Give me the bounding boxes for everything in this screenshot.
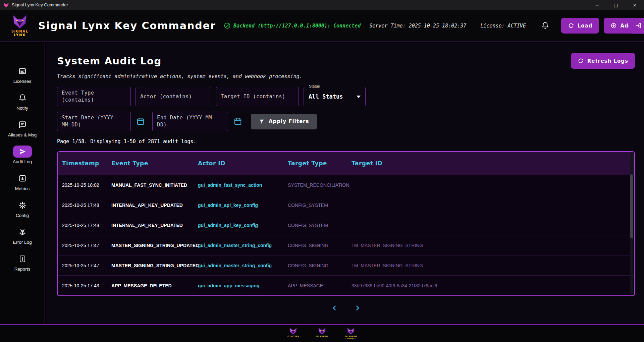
sidebar-item-label: Config bbox=[16, 213, 29, 218]
chevron-down-icon bbox=[357, 96, 361, 98]
sidebar-item-licenses[interactable]: Licenses bbox=[0, 65, 45, 92]
cell-target-id: LM_MASTER_SIGNING_STRING bbox=[352, 243, 634, 248]
bell-icon bbox=[18, 94, 26, 102]
notifications-bell-button[interactable] bbox=[541, 22, 549, 30]
chevron-left-icon bbox=[333, 305, 338, 310]
column-header-target-type: Target Type bbox=[288, 160, 352, 167]
footer-link-telegram-channel[interactable]: TELEGRAM CHANNEL bbox=[340, 327, 362, 340]
refresh-logs-button[interactable]: Refresh Logs bbox=[571, 53, 635, 69]
sidebar-item-error-log[interactable]: Error Log bbox=[0, 226, 45, 253]
sidebar-item-notify[interactable]: Notify bbox=[0, 92, 45, 119]
sidebar-item-label: Audit Log bbox=[13, 159, 32, 164]
end-date-calendar-button[interactable] bbox=[233, 117, 242, 126]
actor-input[interactable]: Actor (contains) bbox=[136, 87, 211, 106]
footer: X/TWITTER TELEGRAM TELEGRAM CHANNEL bbox=[0, 324, 644, 342]
app-icon bbox=[3, 2, 9, 8]
minimize-button[interactable]: − bbox=[588, 0, 606, 10]
bell-icon bbox=[541, 22, 549, 30]
cell-event-type: INTERNAL_API_KEY_UPDATED bbox=[111, 223, 198, 228]
table-row[interactable]: 2025-10-25 17:43 APP_MESSAGE_DELETED gui… bbox=[58, 275, 634, 295]
footer-link-telegram[interactable]: TELEGRAM bbox=[311, 327, 333, 338]
target-id-placeholder: Target ID (contains) bbox=[221, 93, 285, 100]
cell-target-type: CONFIG_SIGNING bbox=[288, 263, 352, 268]
table-row[interactable]: 2025-10-25 17:48 INTERNAL_API_KEY_UPDATE… bbox=[58, 195, 634, 215]
scrollbar-thumb[interactable] bbox=[630, 174, 633, 238]
cell-event-type: MASTER_SIGNING_STRING_UPDATED bbox=[111, 263, 198, 268]
bug-icon bbox=[18, 228, 26, 236]
sidebar-item-label: Licenses bbox=[13, 79, 31, 84]
sidebar-item-config[interactable]: Config bbox=[0, 199, 45, 226]
app-title: Signal Lynx Key Commander bbox=[38, 20, 216, 32]
load-button[interactable]: Load bbox=[561, 18, 599, 34]
start-date-input[interactable]: Start Date (YYYY-MM-DD) bbox=[57, 112, 131, 131]
footer-link-x-twitter[interactable]: X/TWITTER bbox=[282, 327, 304, 338]
start-date-calendar-button[interactable] bbox=[136, 117, 145, 126]
bar-chart-icon bbox=[18, 174, 26, 182]
close-button[interactable]: × bbox=[625, 0, 644, 10]
sidebar-item-aliases-msg[interactable]: Aliases & Msg bbox=[0, 119, 45, 146]
titlebar: Signal Lynx Key Commander − □ × bbox=[0, 0, 644, 10]
table-row[interactable]: 2025-10-25 18:02 MANUAL_FAST_SYNC_INITIA… bbox=[58, 175, 634, 195]
lynx-logo-icon bbox=[346, 327, 355, 335]
cell-actor-id: gui_admin_api_key_config bbox=[198, 203, 288, 208]
start-date-placeholder: Start Date (YYYY-MM-DD) bbox=[62, 114, 126, 128]
sidebar-item-metrics[interactable]: Metrics bbox=[0, 172, 45, 199]
status-selected-value: All Status bbox=[309, 93, 343, 100]
cell-timestamp: 2025-10-25 17:43 bbox=[62, 283, 111, 288]
filters-row-1: Event Type (contains) Actor (contains) T… bbox=[57, 87, 635, 106]
lynx-logo-icon bbox=[289, 327, 298, 335]
column-header-target-id: Target ID bbox=[352, 160, 634, 167]
exit-button[interactable] bbox=[629, 18, 644, 34]
sidebar-item-audit-log[interactable]: Audit Log bbox=[0, 146, 45, 172]
page-title: System Audit Log bbox=[57, 55, 162, 67]
load-button-label: Load bbox=[578, 23, 593, 29]
cell-target-type: CONFIG_SIGNING bbox=[288, 243, 352, 248]
filters-row-2: Start Date (YYYY-MM-DD) End Date (YYYY-M… bbox=[57, 112, 635, 131]
status-select[interactable]: Status All Status bbox=[304, 87, 366, 106]
cell-target-type: CONFIG_SYSTEM bbox=[288, 223, 352, 228]
actor-placeholder: Actor (contains) bbox=[140, 93, 192, 100]
target-id-input[interactable]: Target ID (contains) bbox=[216, 87, 299, 106]
backend-status-text: Backend (http://127.0.0.1:8000): Connect… bbox=[233, 23, 361, 29]
table-scrollbar[interactable] bbox=[630, 153, 633, 294]
cell-target-id: 38b97989-bb90-40f6-8a34-21f82d76acf6 bbox=[352, 283, 634, 288]
cell-actor-id: gui_admin_app_messaging bbox=[198, 283, 288, 288]
exit-door-icon bbox=[635, 22, 642, 29]
event-type-placeholder: Event Type (contains) bbox=[62, 90, 126, 104]
app-header: SIGNAL LYNX Signal Lynx Key Commander Ba… bbox=[0, 10, 644, 42]
end-date-input[interactable]: End Date (YYYY-MM-DD) bbox=[152, 112, 228, 131]
chevron-right-icon bbox=[354, 305, 360, 310]
cell-timestamp: 2025-10-25 17:48 bbox=[62, 223, 111, 228]
column-header-event-type: Event Type bbox=[111, 160, 198, 167]
column-header-timestamp: Timestamp bbox=[62, 160, 111, 167]
apply-filters-button[interactable]: Apply Filters bbox=[251, 114, 317, 129]
backend-status: Backend (http://127.0.0.1:8000): Connect… bbox=[224, 22, 361, 29]
pagination bbox=[57, 302, 635, 314]
sidebar-item-reports[interactable]: Reports bbox=[0, 253, 45, 280]
footer-link-label: X/TWITTER bbox=[287, 335, 299, 338]
sidebar-item-label: Aliases & Msg bbox=[8, 132, 37, 137]
gear-icon bbox=[18, 201, 26, 209]
maximize-button[interactable]: □ bbox=[606, 0, 625, 10]
next-page-button[interactable] bbox=[352, 302, 363, 314]
event-type-input[interactable]: Event Type (contains) bbox=[57, 87, 131, 106]
table-row[interactable]: 2025-10-25 17:47 MASTER_SIGNING_STRING_U… bbox=[58, 255, 634, 275]
sidebar-item-label: Metrics bbox=[15, 186, 30, 191]
table-row[interactable]: 2025-10-25 17:48 INTERNAL_API_KEY_UPDATE… bbox=[58, 215, 634, 235]
cell-timestamp: 2025-10-25 17:47 bbox=[62, 243, 111, 248]
sidebar-item-label: Reports bbox=[14, 267, 30, 272]
lynx-logo-icon bbox=[11, 14, 28, 29]
cell-actor-id: gui_admin_master_string_config bbox=[198, 263, 288, 268]
cell-actor-id: gui_admin_fast_sync_action bbox=[198, 182, 288, 188]
table-header-row: Timestamp Event Type Actor ID Target Typ… bbox=[58, 152, 634, 175]
status-select-label: Status bbox=[307, 84, 322, 88]
main-content: System Audit Log Refresh Logs Tracks sig… bbox=[46, 43, 644, 324]
table-row[interactable]: 2025-10-25 17:47 MASTER_SIGNING_STRING_U… bbox=[58, 235, 634, 255]
previous-page-button[interactable] bbox=[329, 302, 340, 314]
cell-actor-id: gui_admin_master_string_config bbox=[198, 243, 288, 248]
cell-target-type: CONFIG_SYSTEM bbox=[288, 203, 352, 208]
footer-link-label: TELEGRAM CHANNEL bbox=[340, 335, 362, 340]
cell-target-id: LM_MASTER_SIGNING_STRING bbox=[352, 263, 634, 268]
lynx-logo-icon bbox=[318, 327, 326, 335]
check-circle-icon bbox=[224, 22, 230, 29]
